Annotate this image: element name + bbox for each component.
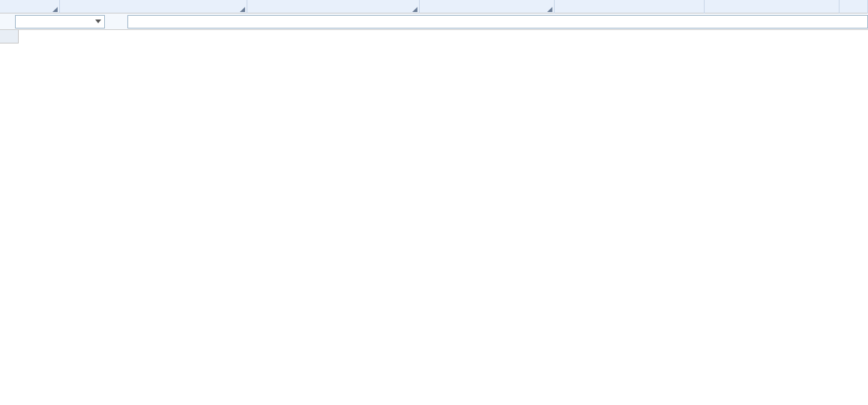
ribbon-group-font[interactable]: ◢ (60, 0, 247, 14)
name-box[interactable] (15, 15, 105, 28)
ribbon-group-strip: ◢ ◢ ◢ ◢ (0, 0, 868, 14)
ribbon-group-styles[interactable] (555, 0, 705, 14)
ribbon-group-rest (840, 0, 868, 14)
ribbon-group-clipboard[interactable]: ◢ (0, 0, 60, 14)
dialog-launcher-icon[interactable]: ◢ (240, 5, 245, 13)
dialog-launcher-icon[interactable]: ◢ (547, 5, 552, 13)
formula-bar-row (0, 14, 868, 30)
dialog-launcher-icon[interactable]: ◢ (52, 5, 58, 13)
dropdown-icon[interactable] (95, 20, 101, 23)
select-all-button[interactable] (0, 30, 19, 44)
formula-input[interactable] (127, 15, 868, 28)
ribbon-group-cells[interactable] (705, 0, 840, 14)
dialog-launcher-icon[interactable]: ◢ (412, 5, 418, 13)
ribbon-group-number[interactable]: ◢ (420, 0, 555, 14)
spreadsheet-grid (0, 30, 868, 44)
ribbon-group-alignment[interactable]: ◢ (247, 0, 420, 14)
